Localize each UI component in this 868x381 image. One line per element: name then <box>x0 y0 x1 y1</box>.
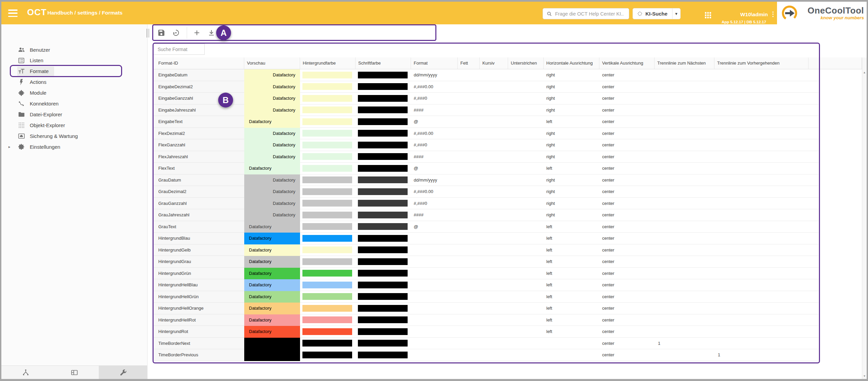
table-row[interactable]: EingabeDezimal2Datafactory#,###0.00right… <box>153 81 819 93</box>
sidebar-item-module[interactable]: Module <box>1 88 147 98</box>
table-row[interactable]: HintergrundBlauDatafactoryleftcenter <box>153 233 819 244</box>
table-row[interactable]: EingabeJahreszahlDatafactory####rightcen… <box>153 104 819 116</box>
sidebar-item-actions[interactable]: Actions <box>1 77 147 88</box>
save-button[interactable] <box>157 28 166 37</box>
expand-arrow-icon[interactable]: ▸ <box>8 145 10 149</box>
panel-drag-handle[interactable] <box>146 29 150 38</box>
table-row[interactable]: FlexGanzzahlDatafactory#,###0rightcenter <box>153 139 819 151</box>
table-row[interactable]: FlexTextDatafactory@leftcenter <box>153 163 819 174</box>
sidebar-item-objekt-explorer[interactable]: Objekt-Explorer <box>1 120 147 130</box>
format-filter-input[interactable] <box>154 44 204 54</box>
cell-format: dd/mm/yyyy <box>411 69 458 81</box>
table-row[interactable]: FlexDezimal2Datafactory#,###0.00rightcen… <box>153 128 819 140</box>
kebab-menu-icon[interactable]: ⋮ <box>770 11 776 18</box>
download-button[interactable] <box>207 28 216 37</box>
cell-kursiv <box>480 244 508 256</box>
table-row[interactable]: HintergrundHellGrünDatafactoryleftcenter <box>153 291 819 303</box>
table-row[interactable]: TimeBorderPreviouscenter1 <box>153 349 819 361</box>
cell-unterstrichen <box>508 198 544 210</box>
cell-horizontale-ausrichtung: left <box>544 314 599 326</box>
font-color-swatch <box>358 72 408 78</box>
table-row[interactable]: EingabeGanzzahlDatafactory#,###0rightcen… <box>153 93 819 104</box>
cell-hintergrundfarbe <box>300 326 356 338</box>
font-color-swatch <box>358 235 408 242</box>
history-button[interactable] <box>172 28 180 37</box>
cell-kursiv <box>480 174 508 186</box>
scroll-down-icon[interactable]: ▼ <box>862 375 867 378</box>
footer-tab-wrench[interactable] <box>99 366 147 379</box>
table-row-empty <box>153 361 819 362</box>
font-color-swatch <box>358 340 408 347</box>
wrench-icon <box>119 368 127 377</box>
table-row[interactable]: HintergrundHellOrangeDatafactoryleftcent… <box>153 303 819 314</box>
cell-format-id: HintergrundBlau <box>153 233 244 244</box>
ki-suche-dropdown-arrow[interactable]: ▾ <box>672 8 680 19</box>
cell-schriftfarbe <box>356 338 411 350</box>
column-header-kursiv[interactable]: Kursiv <box>480 57 508 69</box>
sidebar-item-label: Actions <box>30 79 46 85</box>
column-header-trennlinie-zum-vorhergehenden[interactable]: Trennlinie zum Vorhergehenden <box>714 57 808 69</box>
sidebar-item-benutzer[interactable]: Benutzer <box>1 44 147 55</box>
vertical-scrollbar[interactable]: ▲ ▼ <box>862 57 867 379</box>
sidebar-item-listen[interactable]: Listen <box>1 55 147 66</box>
users-icon <box>17 46 25 54</box>
scroll-up-icon[interactable]: ▲ <box>862 71 867 74</box>
cell-kursiv <box>480 303 508 314</box>
cell-fett <box>458 186 480 198</box>
search-input[interactable] <box>554 11 629 17</box>
cell-fett <box>458 326 480 338</box>
table-row[interactable]: GrauJahreszahlDatafactory####rightcenter <box>153 209 819 221</box>
add-button[interactable] <box>192 28 201 37</box>
help-center-search[interactable] <box>543 8 629 19</box>
sparkle-icon <box>637 11 643 17</box>
table-row[interactable]: GrauDezimal2Datafactory#,###0.00rightcen… <box>153 186 819 198</box>
table-row[interactable]: HintergrundGrünDatafactoryleftcenter <box>153 268 819 280</box>
font-color-swatch <box>358 118 408 125</box>
column-header-fett[interactable]: Fett <box>458 57 480 69</box>
column-header-vertikale-ausrichtung[interactable]: Vertikale Ausrichtung <box>599 57 655 69</box>
table-row[interactable]: HintergrundRotDatafactoryleftcenter <box>153 326 819 338</box>
sidebar-item-formate[interactable]: Formate <box>1 66 147 77</box>
column-header-format[interactable]: Format <box>411 57 458 69</box>
table-row[interactable]: EingabeDatumDatafactorydd/mm/yyyyrightce… <box>153 69 819 81</box>
hamburger-menu-icon[interactable] <box>8 9 18 17</box>
apps-grid-icon[interactable] <box>704 11 712 19</box>
logged-in-user[interactable]: W10\admin <box>722 11 768 18</box>
column-header-trennlinie-zum-n-chsten[interactable]: Trennlinie zum Nächsten <box>655 57 714 69</box>
table-row[interactable]: GrauDatumDatafactorydd/mm/yyyyrightcente… <box>153 174 819 186</box>
cell-hintergrundfarbe <box>300 268 356 280</box>
column-header-hintergrundfarbe[interactable]: Hintergrundfarbe <box>300 57 356 69</box>
cell-unterstrichen <box>508 244 544 256</box>
cell-format: #,###0 <box>411 198 458 210</box>
sidebar-item-einstellungen[interactable]: ▸Einstellungen <box>1 141 147 152</box>
cell-trennlinie-naechsten <box>655 69 714 81</box>
format-filter-box[interactable] <box>153 44 205 55</box>
column-header-schriftfarbe[interactable]: Schriftfarbe <box>356 57 411 69</box>
cell-kursiv <box>480 349 508 361</box>
table-row[interactable]: EingabeTextDatafactory@leftcenter <box>153 116 819 128</box>
footer-tab-layout[interactable] <box>50 366 99 379</box>
table-row[interactable]: GrauTextDatafactory@leftcenter <box>153 221 819 233</box>
table-row[interactable]: HintergrundGrauDatafactoryleftcenter <box>153 256 819 268</box>
cell-kursiv <box>480 209 508 221</box>
ki-suche-button[interactable]: KI-Suche <box>633 8 672 19</box>
column-header-format-id[interactable]: Format-ID <box>153 57 244 69</box>
search-icon <box>546 11 552 17</box>
table-row[interactable]: HintergrundHellBlauDatafactoryleftcenter <box>153 279 819 291</box>
sidebar-item-sicherung-wartung[interactable]: Sicherung & Wartung <box>1 130 147 141</box>
font-color-swatch <box>358 200 408 207</box>
column-header-horizontale-ausrichtung[interactable]: Horizontale Ausrichtung <box>544 57 599 69</box>
sidebar-item-datei-explorer[interactable]: Datei-Explorer <box>1 109 147 120</box>
table-row[interactable]: HintergrundGelbDatafactoryleftcenter <box>153 244 819 256</box>
cell-schriftfarbe <box>356 326 411 338</box>
cell-trennlinie-naechsten <box>655 151 714 163</box>
table-row[interactable]: FlexJahreszahlDatafactory####rightcenter <box>153 151 819 163</box>
column-header-unterstrichen[interactable]: Unterstrichen <box>508 57 544 69</box>
cell-unterstrichen <box>508 291 544 303</box>
column-header-vorschau[interactable]: Vorschau <box>244 57 300 69</box>
footer-tab-hierarchy[interactable] <box>1 366 50 379</box>
table-row[interactable]: HintergrundHellRotDatafactoryleftcenter <box>153 314 819 326</box>
table-row[interactable]: TimeBorderNextcenter1 <box>153 338 819 350</box>
table-row[interactable]: GrauGanzzahlDatafactory#,###0rightcenter <box>153 198 819 210</box>
sidebar-item-konnektoren[interactable]: Konnektoren <box>1 98 147 109</box>
